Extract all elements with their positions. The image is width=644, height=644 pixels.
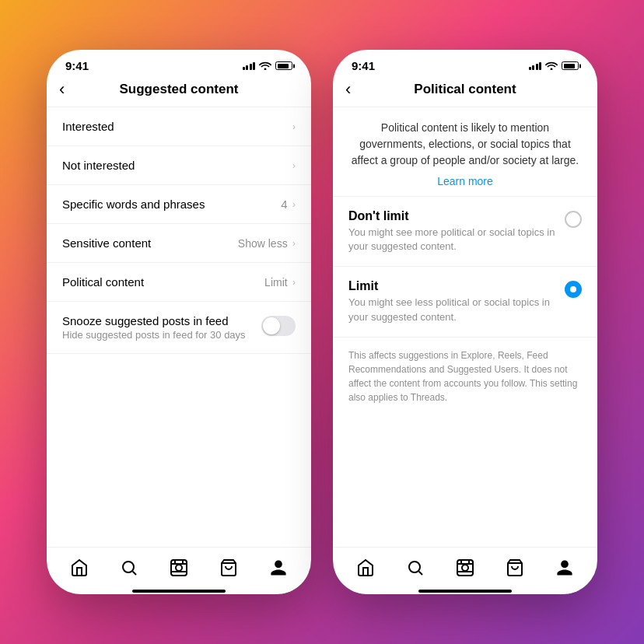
search-icon-left[interactable] xyxy=(114,555,145,585)
menu-label-interested: Interested xyxy=(62,120,114,133)
menu-label-words: Specific words and phrases xyxy=(62,198,205,211)
shop-icon-left[interactable] xyxy=(213,555,244,585)
nav-title-right: Political content xyxy=(414,82,516,97)
menu-right-sensitive: Show less › xyxy=(238,237,296,250)
bottom-nav-right xyxy=(333,547,597,590)
wifi-icon-right xyxy=(545,61,558,72)
svg-line-10 xyxy=(419,572,422,575)
menu-item-political[interactable]: Political content Limit › xyxy=(47,263,311,302)
bottom-nav-left xyxy=(47,547,311,590)
chevron-sensitive: › xyxy=(292,237,296,249)
left-phone: 9:41 ‹ Suggested content xyxy=(47,50,311,594)
menu-right-political: Limit › xyxy=(264,276,296,289)
snooze-content: Snooze suggested posts in feed Hide sugg… xyxy=(62,314,252,341)
status-bar-right: 9:41 xyxy=(333,50,597,75)
learn-more-link[interactable]: Learn more xyxy=(348,173,582,190)
option-limit[interactable]: Limit You might see less political or so… xyxy=(333,267,597,337)
home-icon-right[interactable] xyxy=(350,555,381,585)
description-text: Political content is likely to mention g… xyxy=(352,121,579,166)
toggle-knob xyxy=(263,317,280,334)
snooze-item: Snooze suggested posts in feed Hide sugg… xyxy=(47,302,311,354)
svg-point-3 xyxy=(176,565,182,571)
limit-content: Limit You might see less political or so… xyxy=(348,279,555,324)
menu-label-not-interested: Not interested xyxy=(62,159,135,172)
status-icons-right xyxy=(529,61,579,72)
home-indicator-right xyxy=(333,590,597,594)
svg-line-1 xyxy=(133,572,136,575)
svg-point-9 xyxy=(409,562,420,572)
svg-point-0 xyxy=(123,562,134,572)
menu-item-words[interactable]: Specific words and phrases 4 › xyxy=(47,185,311,224)
dont-limit-title: Don't limit xyxy=(348,209,555,223)
menu-right-interested: › xyxy=(292,121,296,132)
wifi-icon-left xyxy=(259,61,271,72)
menu-label-political: Political content xyxy=(62,275,144,289)
menu-label-sensitive: Sensitive content xyxy=(62,236,151,250)
radio-inner-limit xyxy=(570,286,576,292)
status-bar-left: 9:41 xyxy=(47,50,311,75)
shop-icon-right[interactable] xyxy=(499,555,530,585)
menu-right-words: 4 › xyxy=(281,198,296,211)
profile-icon-left[interactable] xyxy=(263,555,294,585)
reels-icon-left[interactable] xyxy=(163,555,194,585)
battery-icon-right xyxy=(562,61,579,70)
dont-limit-radio[interactable] xyxy=(565,211,582,228)
search-icon-right[interactable] xyxy=(400,555,431,585)
snooze-label: Snooze suggested posts in feed xyxy=(62,314,252,327)
reels-icon-right[interactable] xyxy=(450,555,481,585)
nav-header-left: ‹ Suggested content xyxy=(47,75,311,107)
option-dont-limit[interactable]: Don't limit You might see more political… xyxy=(333,197,597,267)
menu-item-interested[interactable]: Interested › xyxy=(47,107,311,146)
dont-limit-desc: You might see more political or social t… xyxy=(348,226,555,254)
menu-item-sensitive[interactable]: Sensitive content Show less › xyxy=(47,224,311,263)
status-time-right: 9:41 xyxy=(352,59,375,72)
chevron-political: › xyxy=(292,276,296,288)
content-right: Political content is likely to mention g… xyxy=(333,107,597,547)
nav-title-left: Suggested content xyxy=(119,82,238,97)
home-icon-left[interactable] xyxy=(64,555,95,585)
home-indicator-left xyxy=(47,590,311,594)
snooze-toggle[interactable] xyxy=(261,316,296,336)
limit-radio[interactable] xyxy=(565,281,582,298)
signal-icon-right xyxy=(529,62,542,70)
svg-rect-11 xyxy=(457,560,473,576)
back-button-right[interactable]: ‹ xyxy=(345,81,351,98)
chevron-words: › xyxy=(292,198,296,210)
affects-note: This affects suggestions in Explore, Ree… xyxy=(333,338,597,415)
signal-icon-left xyxy=(243,62,256,70)
content-left: Interested › Not interested › Specific w… xyxy=(47,107,311,547)
back-button-left[interactable]: ‹ xyxy=(59,81,65,98)
svg-rect-2 xyxy=(171,560,187,576)
status-time-left: 9:41 xyxy=(65,59,89,72)
show-less-text: Show less xyxy=(238,237,288,250)
political-description: Political content is likely to mention g… xyxy=(333,107,597,197)
chevron-not-interested: › xyxy=(292,159,296,171)
nav-header-right: ‹ Political content xyxy=(333,75,597,107)
words-badge: 4 xyxy=(281,198,287,211)
limit-title: Limit xyxy=(348,279,555,293)
battery-icon-left xyxy=(275,61,292,70)
right-phone: 9:41 ‹ Political content xyxy=(333,50,597,594)
dont-limit-content: Don't limit You might see more political… xyxy=(348,209,555,254)
limit-text: Limit xyxy=(264,276,288,289)
menu-right-not-interested: › xyxy=(292,159,296,171)
svg-point-12 xyxy=(462,565,468,571)
profile-icon-right[interactable] xyxy=(549,555,580,585)
status-icons-left xyxy=(243,61,293,72)
snooze-sublabel: Hide suggested posts in feed for 30 days xyxy=(62,329,252,341)
menu-item-not-interested[interactable]: Not interested › xyxy=(47,146,311,185)
chevron-interested: › xyxy=(292,121,296,132)
limit-desc: You might see less political or social t… xyxy=(348,296,555,324)
affects-text: This affects suggestions in Explore, Ree… xyxy=(348,350,577,403)
